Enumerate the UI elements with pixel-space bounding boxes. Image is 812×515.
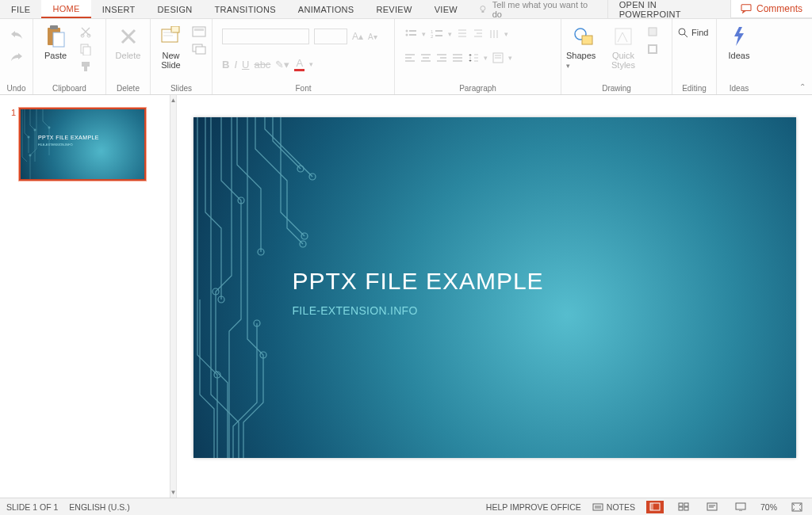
paste-icon: [45, 25, 66, 48]
svg-rect-30: [649, 28, 657, 36]
group-slides: New Slide Slides: [151, 19, 213, 94]
collapse-ribbon-button[interactable]: ⌃: [799, 82, 806, 91]
duplicate-icon: [192, 44, 206, 55]
slide-canvas[interactable]: PPTX FILE EXAMPLE FILE-EXTENSION.INFO: [193, 117, 796, 458]
tab-view[interactable]: VIEW: [423, 0, 469, 18]
cut-button[interactable]: [78, 24, 94, 40]
numbering-icon[interactable]: 12: [431, 29, 443, 40]
tab-review[interactable]: REVIEW: [365, 0, 423, 18]
splitter[interactable]: ▲ ▼: [170, 95, 177, 498]
decrease-indent-icon[interactable]: [457, 29, 468, 40]
svg-point-20: [406, 34, 408, 36]
group-label-editing: Editing: [677, 82, 711, 93]
slide-stage: PPTX FILE EXAMPLE FILE-EXTENSION.INFO: [177, 95, 812, 498]
align-text-icon[interactable]: [492, 52, 504, 63]
layout-button[interactable]: [191, 24, 207, 40]
delete-button[interactable]: Delete: [111, 22, 145, 60]
svg-rect-15: [194, 29, 204, 31]
scroll-down-icon[interactable]: ▼: [170, 489, 177, 496]
undo-button[interactable]: [9, 27, 25, 43]
underline-button[interactable]: U: [242, 59, 249, 71]
font-color-button[interactable]: A: [294, 57, 304, 71]
group-label-font: Font: [217, 82, 389, 93]
text-direction-icon[interactable]: [488, 29, 500, 40]
zoom-level[interactable]: 70%: [760, 502, 777, 512]
slide-thumbnail-1[interactable]: PPTX FILE EXAMPLE FILE-EXTENSION.INFO: [19, 108, 146, 181]
font-family-select[interactable]: [222, 29, 309, 44]
reading-view-button[interactable]: [703, 501, 721, 513]
svg-rect-56: [736, 503, 745, 509]
new-slide-label: New Slide: [161, 51, 180, 70]
normal-view-button[interactable]: [646, 501, 664, 513]
svg-rect-4: [53, 32, 64, 47]
svg-rect-3: [50, 25, 58, 29]
find-label: Find: [691, 28, 708, 37]
language-indicator[interactable]: ENGLISH (U.S.): [69, 502, 129, 512]
scroll-up-icon[interactable]: ▲: [170, 97, 177, 104]
align-left-icon[interactable]: [404, 53, 416, 63]
svg-rect-1: [741, 5, 751, 11]
tab-animations[interactable]: ANIMATIONS: [287, 0, 366, 18]
ideas-icon: [731, 25, 747, 48]
format-painter-button[interactable]: [78, 59, 94, 74]
italic-button[interactable]: I: [234, 59, 237, 71]
notes-toggle[interactable]: NOTES: [592, 502, 635, 512]
layout-icon: [192, 26, 206, 37]
group-label-drawing: Drawing: [566, 82, 667, 93]
group-delete: Delete Delete: [106, 19, 151, 94]
svg-point-36: [48, 127, 50, 128]
find-button[interactable]: Find: [677, 27, 708, 38]
shape-fill-icon: [647, 26, 660, 37]
svg-rect-19: [409, 30, 416, 32]
open-in-powerpoint[interactable]: OPEN IN POWERPOINT: [607, 0, 730, 18]
svg-rect-14: [193, 27, 205, 36]
line-spacing-icon[interactable]: [468, 52, 479, 63]
tab-home[interactable]: HOME: [41, 0, 90, 18]
duplicate-slide-button[interactable]: [191, 41, 207, 57]
ribbon-tabbar: FILE HOME INSERT DESIGN TRANSITIONS ANIM…: [0, 0, 812, 19]
decrease-font-icon[interactable]: A▾: [368, 32, 377, 41]
increase-font-icon[interactable]: A▴: [352, 31, 363, 42]
tab-design[interactable]: DESIGN: [147, 0, 204, 18]
shape-fill-button[interactable]: [645, 24, 661, 40]
thumb-title: PPTX FILE EXAMPLE: [38, 135, 99, 140]
slide-title[interactable]: PPTX FILE EXAMPLE: [293, 268, 544, 295]
svg-rect-28: [582, 36, 592, 44]
bold-button[interactable]: B: [222, 59, 229, 71]
font-size-select[interactable]: [314, 29, 347, 44]
increase-indent-icon[interactable]: [473, 29, 484, 40]
strikethrough-button[interactable]: abc: [254, 59, 270, 71]
tell-me-search[interactable]: Tell me what you want to do: [469, 0, 607, 18]
comments-button[interactable]: Comments: [730, 0, 812, 18]
slide-subtitle[interactable]: FILE-EXTENSION.INFO: [293, 304, 418, 317]
group-label-undo: Undo: [5, 82, 28, 93]
tab-transitions[interactable]: TRANSITIONS: [204, 0, 287, 18]
tab-insert[interactable]: INSERT: [91, 0, 147, 18]
align-center-icon[interactable]: [420, 53, 431, 63]
highlight-button[interactable]: ✎▾: [275, 59, 289, 71]
quick-styles-button[interactable]: Quick Styles: [606, 22, 641, 70]
shapes-icon: [573, 26, 595, 47]
help-improve-link[interactable]: HELP IMPROVE OFFICE: [486, 502, 581, 512]
copy-button[interactable]: [78, 41, 94, 57]
redo-button[interactable]: [9, 49, 25, 65]
slideshow-view-button[interactable]: [732, 501, 749, 513]
svg-rect-12: [171, 26, 179, 32]
new-slide-button[interactable]: New Slide: [155, 22, 186, 70]
paste-button[interactable]: Paste: [38, 22, 73, 60]
shape-outline-button[interactable]: [645, 41, 661, 57]
undo-icon: [10, 29, 24, 40]
bullets-icon[interactable]: [404, 29, 417, 40]
shapes-button[interactable]: Shapes ▾: [566, 22, 601, 70]
align-right-icon[interactable]: [436, 53, 447, 63]
svg-rect-17: [196, 47, 205, 54]
sorter-view-button[interactable]: [675, 501, 692, 513]
justify-icon[interactable]: [452, 53, 463, 63]
group-label-ideas: Ideas: [722, 82, 756, 93]
fit-to-window-button[interactable]: [788, 501, 806, 513]
ideas-button[interactable]: Ideas: [722, 22, 756, 60]
slideshow-view-icon: [735, 502, 746, 511]
svg-point-35: [29, 154, 31, 156]
slide-counter: SLIDE 1 OF 1: [6, 502, 58, 512]
tab-file[interactable]: FILE: [0, 0, 41, 18]
